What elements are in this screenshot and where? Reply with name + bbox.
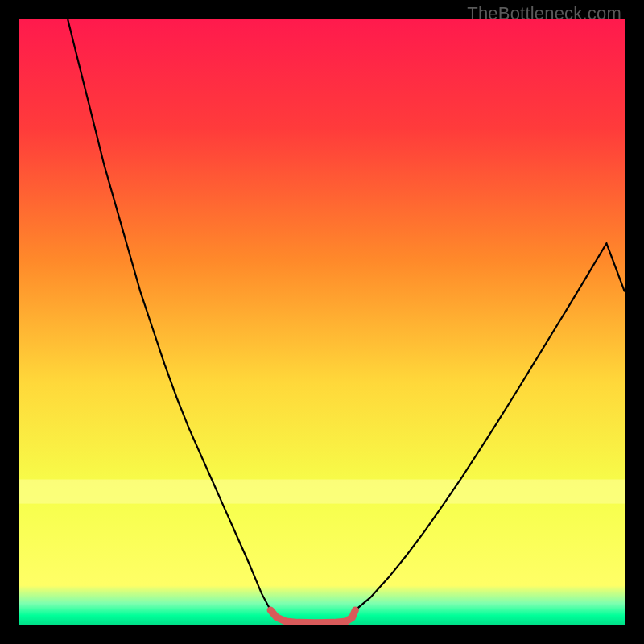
chart-frame (19, 19, 625, 625)
bottleneck-chart (19, 19, 625, 625)
gradient-background (19, 19, 625, 625)
pale-yellow-band (19, 480, 625, 504)
watermark-text: TheBottleneck.com (467, 3, 621, 24)
